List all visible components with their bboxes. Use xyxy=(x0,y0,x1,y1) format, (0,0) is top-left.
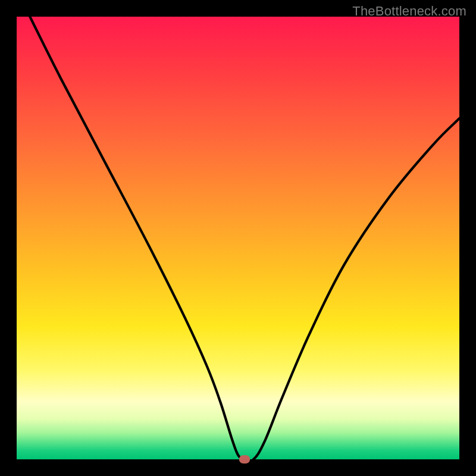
bottleneck-curve xyxy=(17,17,459,459)
curve-path xyxy=(30,17,459,459)
plot-area xyxy=(17,17,459,459)
chart-frame: TheBottleneck.com xyxy=(0,0,476,476)
minimum-marker xyxy=(239,455,250,464)
